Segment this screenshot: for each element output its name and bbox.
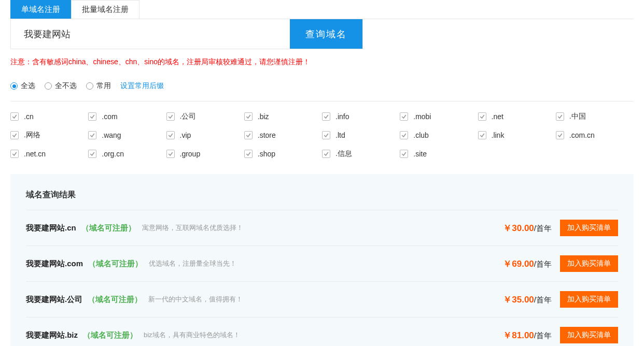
- result-row: 我要建网站.biz（域名可注册）biz域名，具有商业特色的域名！￥81.00/首…: [26, 317, 618, 346]
- tld-label: .site: [413, 150, 427, 158]
- tld-checkbox-grid: .cn.com.公司.biz.info.mobi.net.中国.网络.wang.…: [10, 112, 634, 158]
- checkbox-icon: [10, 131, 19, 139]
- radio-icon: [86, 82, 93, 90]
- tld-checkbox[interactable]: .site: [400, 149, 478, 158]
- price-unit: /首年: [534, 331, 552, 340]
- tld-label: .com: [102, 112, 117, 121]
- tld-checkbox[interactable]: .org.cn: [88, 149, 166, 158]
- search-button[interactable]: 查询域名: [290, 19, 362, 49]
- radio-label: 全不选: [55, 81, 77, 91]
- result-note: 寓意网络，互联网域名优质选择！: [142, 223, 243, 233]
- tld-checkbox[interactable]: .网络: [10, 131, 88, 140]
- tld-label: .link: [492, 131, 505, 139]
- divider: [10, 101, 634, 102]
- tld-checkbox[interactable]: .公司: [166, 112, 244, 121]
- tld-checkbox[interactable]: .wang: [88, 131, 166, 140]
- tld-checkbox[interactable]: .shop: [244, 149, 322, 158]
- checkbox-icon: [166, 150, 175, 158]
- result-price-wrap: ￥69.00/首年: [503, 258, 552, 270]
- tld-checkbox[interactable]: .mobi: [400, 112, 478, 121]
- tld-label: .com.cn: [569, 131, 595, 139]
- checkbox-icon: [400, 112, 408, 121]
- result-row: 我要建网站.com（域名可注册）优选域名，注册量全球当先！￥69.00/首年加入…: [26, 246, 618, 281]
- tld-checkbox[interactable]: .中国: [556, 112, 634, 121]
- tld-label: .网络: [24, 131, 40, 140]
- tld-checkbox[interactable]: .club: [400, 131, 478, 140]
- tab-bulk-domain[interactable]: 批量域名注册: [71, 0, 139, 19]
- suffix-selector-row: 全选 全不选 常用 设置常用后缀: [10, 81, 634, 91]
- search-results-panel: 域名查询结果 我要建网站.cn（域名可注册）寓意网络，互联网域名优质选择！￥30…: [10, 174, 634, 346]
- checkbox-icon: [88, 112, 96, 121]
- tld-checkbox[interactable]: .cn: [10, 112, 88, 121]
- result-right: ￥30.00/首年加入购买清单: [503, 220, 618, 236]
- tld-label: .cn: [24, 112, 34, 121]
- set-common-suffix-link[interactable]: 设置常用后缀: [120, 81, 164, 91]
- result-status: （域名可注册）: [81, 223, 136, 233]
- radio-label: 全选: [21, 81, 35, 91]
- result-price: 35.00: [512, 295, 534, 305]
- radio-select-common[interactable]: 常用: [86, 81, 111, 91]
- checkbox-icon: [244, 112, 253, 121]
- tld-label: .公司: [180, 112, 197, 121]
- tab-single-domain[interactable]: 单域名注册: [10, 0, 71, 19]
- result-price-wrap: ￥35.00/首年: [503, 294, 552, 306]
- tld-label: .club: [413, 131, 429, 139]
- tld-checkbox[interactable]: .group: [166, 149, 244, 158]
- tld-checkbox[interactable]: .net.cn: [10, 149, 88, 158]
- add-to-cart-button[interactable]: 加入购买清单: [560, 327, 618, 343]
- tld-checkbox[interactable]: .ltd: [322, 131, 400, 140]
- checkbox-icon: [88, 131, 96, 139]
- tld-checkbox[interactable]: .info: [322, 112, 400, 121]
- tld-checkbox[interactable]: .store: [244, 131, 322, 140]
- tld-label: .net.cn: [24, 150, 46, 158]
- radio-icon: [45, 82, 52, 90]
- checkbox-icon: [166, 131, 175, 139]
- checkbox-icon: [10, 112, 19, 121]
- add-to-cart-button[interactable]: 加入购买清单: [560, 291, 618, 308]
- result-row: 我要建网站.cn（域名可注册）寓意网络，互联网域名优质选择！￥30.00/首年加…: [26, 210, 618, 246]
- result-status: （域名可注册）: [83, 330, 137, 340]
- tld-checkbox[interactable]: .net: [478, 112, 556, 121]
- tld-checkbox[interactable]: .vip: [166, 131, 244, 140]
- tld-label: .wang: [102, 131, 121, 139]
- result-price: 69.00: [512, 259, 534, 269]
- price-symbol: ￥: [503, 295, 512, 305]
- tld-label: .store: [258, 131, 276, 139]
- results-list: 我要建网站.cn（域名可注册）寓意网络，互联网域名优质选择！￥30.00/首年加…: [26, 210, 618, 346]
- tld-label: .中国: [569, 112, 586, 121]
- price-unit: /首年: [534, 260, 552, 268]
- add-to-cart-button[interactable]: 加入购买清单: [560, 220, 618, 236]
- result-note: biz域名，具有商业特色的域名！: [144, 330, 240, 340]
- result-note: 新一代的中文域名，值得拥有！: [148, 295, 243, 304]
- result-price-wrap: ￥81.00/首年: [503, 329, 552, 341]
- result-domain: 我要建网站.cn: [26, 223, 76, 233]
- price-unit: /首年: [534, 224, 552, 233]
- radio-icon: [10, 82, 18, 90]
- tld-checkbox[interactable]: .com.cn: [556, 131, 634, 140]
- result-row: 我要建网站.公司（域名可注册）新一代的中文域名，值得拥有！￥35.00/首年加入…: [26, 281, 618, 317]
- domain-search-input[interactable]: [11, 19, 290, 49]
- result-price: 81.00: [512, 330, 534, 340]
- result-status: （域名可注册）: [88, 259, 143, 269]
- tld-checkbox[interactable]: .biz: [244, 112, 322, 121]
- tld-label: .net: [492, 112, 503, 121]
- registration-tabs: 单域名注册 批量域名注册: [10, 0, 634, 19]
- tld-label: .info: [335, 112, 349, 121]
- checkbox-icon: [400, 131, 408, 139]
- radio-select-none[interactable]: 全不选: [45, 81, 77, 91]
- checkbox-icon: [166, 112, 175, 121]
- tld-checkbox[interactable]: .link: [478, 131, 556, 140]
- result-right: ￥35.00/首年加入购买清单: [503, 291, 618, 308]
- result-domain: 我要建网站.公司: [26, 295, 82, 305]
- results-title: 域名查询结果: [26, 190, 618, 200]
- tld-checkbox[interactable]: .com: [88, 112, 166, 121]
- tld-label: .shop: [258, 150, 275, 158]
- radio-select-all[interactable]: 全选: [10, 81, 35, 91]
- result-price-wrap: ￥30.00/首年: [503, 222, 552, 234]
- result-right: ￥81.00/首年加入购买清单: [503, 327, 618, 343]
- add-to-cart-button[interactable]: 加入购买清单: [560, 255, 618, 272]
- tld-label: .org.cn: [102, 150, 124, 158]
- tld-checkbox[interactable]: .信息: [322, 149, 400, 158]
- result-note: 优选域名，注册量全球当先！: [149, 259, 236, 268]
- price-unit: /首年: [534, 295, 552, 304]
